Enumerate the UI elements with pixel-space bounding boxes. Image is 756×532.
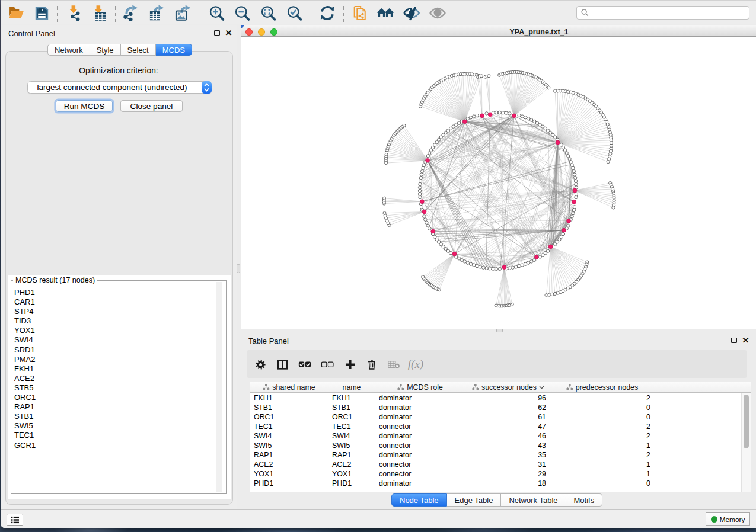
cell-shared-name: SWI4 (250, 431, 328, 441)
toolbar-separator (199, 4, 199, 22)
mcds-list-scrollbar[interactable] (216, 282, 222, 492)
cytoscape-window: Control Panel ✕ NetworkStyleSelectMCDS O… (1, 0, 756, 528)
export-network-button[interactable] (122, 4, 140, 22)
cell-successor-nodes: 62 (465, 403, 551, 412)
tab-network-table[interactable]: Network Table (501, 493, 566, 507)
mcds-node-item[interactable]: RAP1 (14, 402, 219, 412)
table-row[interactable]: STB1STB1dominator620 (250, 403, 741, 412)
tab-motifs[interactable]: Motifs (566, 493, 603, 507)
column-header-predecessor-nodes[interactable]: predecessor nodes (551, 382, 653, 392)
split-panel-button[interactable] (275, 358, 289, 371)
tab-edge-table[interactable]: Edge Table (447, 493, 502, 507)
search-box[interactable] (576, 6, 749, 20)
tab-mcds[interactable]: MCDS (156, 44, 192, 56)
zoom-in-button[interactable] (208, 4, 225, 22)
tab-style[interactable]: Style (90, 44, 121, 56)
column-label: successor nodes (481, 383, 537, 392)
deselect-all-rows-button[interactable] (320, 358, 334, 371)
criterion-select[interactable]: largest connected component (undirected) (27, 81, 212, 94)
open-file-button[interactable] (8, 4, 25, 22)
table-row[interactable]: ORC1ORC1dominator610 (250, 412, 741, 422)
close-panel-button[interactable]: Close panel (120, 100, 183, 112)
cell-MCDS-role: dominator (375, 450, 465, 460)
chevron-down-icon[interactable] (539, 386, 544, 389)
column-header-shared-name[interactable]: shared name (250, 382, 328, 392)
close-panel-icon[interactable]: ✕ (225, 30, 232, 36)
splitter-grip[interactable] (496, 329, 503, 332)
mcds-node-item[interactable]: SWI4 (14, 335, 219, 345)
hide-selected-button[interactable] (403, 4, 420, 22)
close-panel-icon[interactable]: ✕ (742, 338, 749, 343)
hub-node-PMA2 (431, 229, 435, 233)
table-row[interactable]: FKH1FKH1dominator962 (250, 393, 741, 403)
mcds-node-item[interactable]: TEC1 (14, 431, 219, 440)
column-header-name[interactable]: name (328, 382, 375, 392)
export-table-button[interactable] (148, 4, 165, 22)
network-window-titlebar[interactable]: YPA_prune.txt_1 (241, 25, 756, 37)
table-row[interactable]: SWI4SWI4dominator462 (250, 431, 741, 441)
mcds-node-item[interactable]: STB5 (14, 383, 219, 393)
table-row[interactable]: ACE2ACE2connector311 (250, 460, 741, 469)
network-canvas[interactable] (241, 37, 756, 329)
tab-node-table[interactable]: Node Table (391, 493, 447, 507)
trash-icon (366, 358, 377, 370)
column-header-successor-nodes[interactable]: successor nodes (465, 382, 551, 392)
first-neighbors-button[interactable] (377, 4, 394, 22)
mcds-node-item[interactable]: TID3 (14, 316, 219, 326)
mcds-result-list[interactable]: PHD1CAR1STP4TID3YOX1SWI4SRD1PMA2FKH1ACE2… (14, 288, 219, 492)
mcds-node-item[interactable]: ORC1 (14, 393, 219, 402)
float-panel-icon[interactable] (731, 338, 737, 343)
horizontal-splitter[interactable] (241, 329, 756, 333)
table-scrollbar[interactable] (741, 393, 751, 492)
table-settings-button[interactable] (253, 358, 267, 371)
mcds-node-item[interactable]: ACE2 (14, 374, 219, 383)
delete-table-button[interactable] (387, 358, 401, 371)
mcds-node-item[interactable]: FKH1 (14, 364, 219, 374)
zoom-selected-button[interactable] (285, 4, 303, 22)
status-menu-button[interactable] (7, 514, 23, 526)
network-graph[interactable] (241, 37, 756, 329)
new-network-from-selection-button[interactable] (351, 4, 369, 22)
mcds-node-item[interactable]: GCR1 (14, 441, 219, 450)
table-row[interactable]: RAP1RAP1dominator352 (250, 450, 741, 460)
export-table-icon (148, 5, 165, 21)
run-mcds-button[interactable]: Run MCDS (56, 100, 113, 112)
column-header-MCDS-role[interactable]: MCDS role (375, 382, 465, 392)
table-panel: Table Panel ✕ (241, 333, 756, 509)
select-all-rows-button[interactable] (298, 358, 312, 371)
cell-name: TEC1 (328, 422, 375, 431)
mcds-node-item[interactable]: PMA2 (14, 355, 219, 364)
splitter-grip[interactable] (237, 264, 240, 273)
function-builder-button[interactable]: f(x) (409, 358, 423, 371)
show-all-button[interactable] (429, 4, 446, 22)
mcds-node-item[interactable]: STB1 (14, 412, 219, 421)
save-session-button[interactable] (33, 4, 50, 22)
vertical-splitter[interactable] (237, 25, 241, 509)
mcds-node-item[interactable]: YOX1 (14, 326, 219, 335)
delete-column-button[interactable] (365, 358, 379, 371)
apply-layout-button[interactable] (318, 4, 336, 22)
zoom-fit-button[interactable] (259, 4, 277, 22)
tab-select[interactable]: Select (121, 44, 156, 56)
table-row[interactable]: YOX1YOX1connector291 (250, 469, 741, 479)
scrollbar-thumb[interactable] (744, 395, 749, 448)
add-column-button[interactable] (343, 358, 357, 371)
memory-button[interactable]: Memory (706, 512, 750, 526)
table-row[interactable]: TEC1TEC1connector472 (250, 422, 741, 431)
table-row[interactable]: PHD1PHD1dominator180 (250, 479, 741, 488)
mcds-node-item[interactable]: STP4 (14, 307, 219, 316)
mcds-node-item[interactable]: SRD1 (14, 345, 219, 355)
search-input[interactable] (589, 9, 749, 17)
import-network-button[interactable] (65, 4, 83, 22)
import-table-button[interactable] (90, 4, 108, 22)
mcds-node-item[interactable]: PHD1 (14, 288, 219, 297)
table-row[interactable]: SWI5SWI5connector431 (250, 441, 741, 450)
mcds-node-item[interactable]: CAR1 (14, 297, 219, 307)
float-panel-icon[interactable] (214, 30, 220, 36)
mcds-node-item[interactable]: SWI5 (14, 421, 219, 431)
cell-shared-name: STB1 (250, 403, 328, 412)
export-image-button[interactable] (174, 4, 192, 22)
hub-node-CAR1 (572, 200, 576, 204)
tab-network[interactable]: Network (47, 44, 90, 56)
zoom-out-button[interactable] (233, 4, 251, 22)
